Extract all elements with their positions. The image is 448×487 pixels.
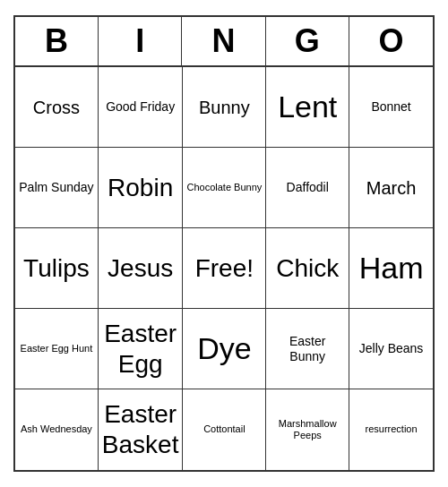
bingo-cell: Jesus (99, 228, 184, 309)
bingo-cell: Cross (15, 67, 99, 148)
bingo-cell: Lent (266, 67, 349, 148)
bingo-cell: Tulips (15, 228, 99, 309)
header-letter: I (99, 17, 182, 65)
bingo-cell: Robin (99, 148, 184, 228)
bingo-cell: Good Friday (99, 67, 184, 148)
bingo-cell: Easter Egg Hunt (15, 309, 99, 389)
header-letter: G (266, 17, 349, 65)
bingo-header: BINGO (15, 17, 433, 67)
bingo-cell: Cottontail (183, 389, 266, 470)
bingo-cell: Jelly Beans (349, 309, 433, 389)
bingo-cell: March (349, 148, 433, 228)
bingo-cell: Free! (183, 228, 266, 309)
bingo-cell: Bunny (183, 67, 266, 148)
bingo-cell: Chick (266, 228, 349, 309)
bingo-cell: Easter Egg (99, 309, 184, 389)
bingo-cell: Dye (183, 309, 266, 389)
header-letter: O (349, 17, 433, 65)
bingo-grid: CrossGood FridayBunnyLentBonnetPalm Sund… (15, 67, 433, 470)
bingo-cell: Chocolate Bunny (183, 148, 266, 228)
bingo-cell: Ham (349, 228, 433, 309)
header-letter: N (182, 17, 265, 65)
bingo-cell: Daffodil (266, 148, 349, 228)
bingo-card: BINGO CrossGood FridayBunnyLentBonnetPal… (13, 15, 435, 472)
header-letter: B (15, 17, 99, 65)
bingo-cell: Marshmallow Peeps (266, 389, 349, 470)
bingo-cell: Easter Basket (99, 389, 184, 470)
bingo-cell: Palm Sunday (15, 148, 99, 228)
bingo-cell: resurrection (349, 389, 433, 470)
bingo-cell: Ash Wednesday (15, 389, 99, 470)
bingo-cell: Easter Bunny (266, 309, 349, 389)
bingo-cell: Bonnet (349, 67, 433, 148)
